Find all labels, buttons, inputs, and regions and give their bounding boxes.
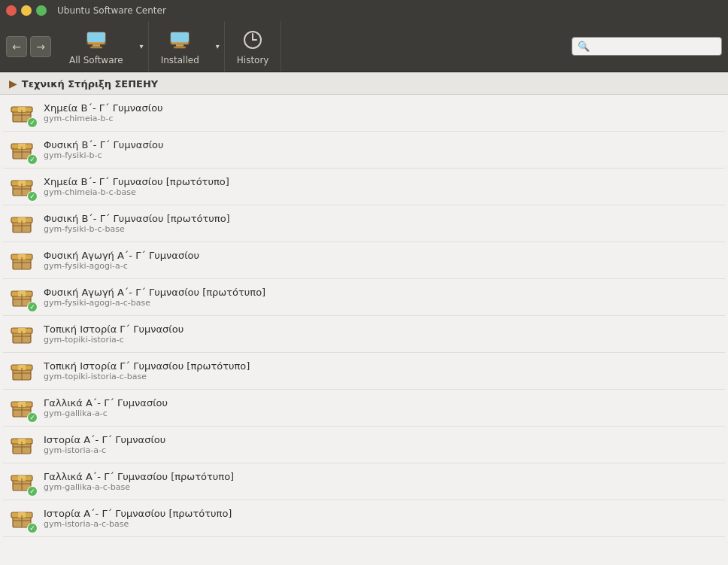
- app-info: Τοπική Ιστορία Γ΄ Γυμνασίουgym-topiki-is…: [44, 324, 719, 345]
- svg-rect-5: [171, 32, 189, 42]
- svg-rect-1: [87, 32, 105, 42]
- list-item[interactable]: ✓ Γαλλικά Α΄- Γ΄ Γυμνασίου [πρωτότυπο]gy…: [3, 463, 725, 500]
- app-icon-container: [9, 320, 36, 348]
- app-info: Χημεία Β΄- Γ΄ Γυμνασίουgym-chimeia-b-c: [44, 102, 719, 123]
- installed-badge: ✓: [27, 486, 38, 497]
- package-icon: [9, 431, 35, 457]
- app-icon-container: ✓: [9, 99, 36, 126]
- content-area: ▶ Τεχνική Στήριξη ΣΕΠΕΗΥ ✓ Χημεία Β΄- Γ΄…: [0, 72, 728, 565]
- back-button[interactable]: ←: [6, 36, 27, 57]
- search-icon: 🔍: [578, 41, 590, 52]
- app-icon-container: ✓: [9, 173, 36, 200]
- app-package: gym-gallika-a-c: [44, 409, 719, 418]
- toolbar: ← → All Software ▾: [0, 21, 728, 72]
- list-item[interactable]: ✓ Ιστορία Α΄- Γ΄ Γυμνασίου [πρωτότυπο]gy…: [3, 500, 725, 537]
- app-name: Γαλλικά Α΄- Γ΄ Γυμνασίου [πρωτότυπο]: [44, 471, 719, 482]
- app-info: Γαλλικά Α΄- Γ΄ Γυμνασίου [πρωτότυπο]gym-…: [44, 471, 719, 492]
- package-icon: [9, 357, 35, 383]
- history-icon: [241, 28, 265, 52]
- app-icon-container: [9, 357, 36, 384]
- svg-rect-7: [174, 47, 186, 48]
- all-software-label: All Software: [69, 55, 123, 65]
- app-info: Γαλλικά Α΄- Γ΄ Γυμνασίουgym-gallika-a-c: [44, 397, 719, 418]
- app-icon-container: [9, 247, 36, 274]
- app-name: Χημεία Β΄- Γ΄ Γυμνασίου [πρωτότυπο]: [44, 176, 719, 187]
- installed-badge: ✓: [27, 117, 38, 128]
- search-wrapper: 🔍: [572, 37, 722, 56]
- app-name: Φυσική Β΄- Γ΄ Γυμνασίου: [44, 139, 719, 150]
- all-software-dropdown-button[interactable]: ▾: [135, 21, 149, 71]
- app-package: gym-istoria-a-c-base: [44, 519, 719, 529]
- list-item[interactable]: ✓ Γαλλικά Α΄- Γ΄ Γυμνασίουgym-gallika-a-…: [3, 390, 725, 427]
- history-label: History: [237, 55, 269, 65]
- app-icon-container: [9, 431, 36, 458]
- list-item[interactable]: ✓ Φυσική Β΄- Γ΄ Γυμνασίουgym-fysiki-b-c: [3, 132, 725, 169]
- app-name: Χημεία Β΄- Γ΄ Γυμνασίου: [44, 102, 719, 114]
- all-software-group: All Software ▾: [57, 21, 149, 71]
- installed-badge: ✓: [27, 302, 38, 312]
- section-arrow-icon: ▶: [9, 77, 17, 90]
- installed-icon: [168, 28, 192, 52]
- app-info: Φυσική Αγωγή Α΄- Γ΄ Γυμνασίουgym-fysiki-…: [44, 250, 719, 271]
- installed-badge: ✓: [27, 154, 38, 165]
- svg-rect-3: [90, 47, 102, 48]
- app-package: gym-istoria-a-c: [44, 445, 719, 455]
- app-name: Γαλλικά Α΄- Γ΄ Γυμνασίου: [44, 397, 719, 409]
- list-item[interactable]: Τοπική Ιστορία Γ΄ Γυμνασίουgym-topiki-is…: [3, 316, 725, 353]
- close-button[interactable]: [6, 5, 17, 16]
- titlebar: Ubuntu Software Center: [0, 0, 728, 21]
- list-item[interactable]: ✓ Χημεία Β΄- Γ΄ Γυμνασίου [πρωτότυπο]gym…: [3, 169, 725, 205]
- app-package: gym-fysiki-b-c: [44, 150, 719, 160]
- app-package: gym-fysiki-agogi-a-c: [44, 261, 719, 271]
- app-info: Χημεία Β΄- Γ΄ Γυμνασίου [πρωτότυπο]gym-c…: [44, 176, 719, 197]
- app-package: gym-topiki-istoria-c: [44, 335, 719, 345]
- app-package: gym-chimeia-b-c-base: [44, 187, 719, 197]
- app-info: Φυσική Β΄- Γ΄ Γυμνασίουgym-fysiki-b-c: [44, 139, 719, 160]
- app-name: Ιστορία Α΄- Γ΄ Γυμνασίου [πρωτότυπο]: [44, 508, 719, 519]
- app-icon-container: [9, 210, 36, 237]
- list-item[interactable]: ✓ Φυσική Αγωγή Α΄- Γ΄ Γυμνασίου [πρωτότυ…: [3, 279, 725, 316]
- minimize-button[interactable]: [21, 5, 32, 16]
- app-package: gym-gallika-a-c-base: [44, 482, 719, 492]
- app-name: Τοπική Ιστορία Γ΄ Γυμνασίου: [44, 324, 719, 335]
- app-name: Φυσική Αγωγή Α΄- Γ΄ Γυμνασίου: [44, 250, 719, 261]
- search-input[interactable]: [572, 37, 722, 56]
- app-name: Ιστορία Α΄- Γ΄ Γυμνασίου: [44, 434, 719, 445]
- app-icon-container: ✓: [9, 468, 36, 495]
- app-package: gym-chimeia-b-c: [44, 114, 719, 123]
- all-software-button[interactable]: All Software: [57, 21, 135, 71]
- list-item[interactable]: Φυσική Αγωγή Α΄- Γ΄ Γυμνασίουgym-fysiki-…: [3, 242, 725, 279]
- app-icon-container: ✓: [9, 505, 36, 532]
- installed-dropdown-button[interactable]: ▾: [211, 21, 225, 71]
- installed-badge: ✓: [27, 191, 38, 202]
- forward-button[interactable]: →: [30, 36, 51, 57]
- package-icon: [9, 210, 35, 235]
- list-item[interactable]: Φυσική Β΄- Γ΄ Γυμνασίου [πρωτότυπο]gym-f…: [3, 205, 725, 242]
- section-header[interactable]: ▶ Τεχνική Στήριξη ΣΕΠΕΗΥ: [0, 72, 728, 95]
- search-box: 🔍: [572, 37, 722, 56]
- list-item[interactable]: Τοπική Ιστορία Γ΄ Γυμνασίου [πρωτότυπο]g…: [3, 353, 725, 390]
- history-button[interactable]: History: [225, 21, 282, 71]
- maximize-button[interactable]: [36, 5, 47, 16]
- app-package: gym-fysiki-b-c-base: [44, 224, 719, 234]
- app-package: gym-topiki-istoria-c-base: [44, 372, 719, 381]
- app-name: Τοπική Ιστορία Γ΄ Γυμνασίου [πρωτότυπο]: [44, 360, 719, 372]
- installed-button[interactable]: Installed: [149, 21, 211, 71]
- section-title: Τεχνική Στήριξη ΣΕΠΕΗΥ: [22, 78, 159, 90]
- package-icon: [9, 247, 35, 272]
- app-list: ✓ Χημεία Β΄- Γ΄ Γυμνασίουgym-chimeia-b-c…: [0, 95, 728, 537]
- app-icon-container: ✓: [9, 284, 36, 311]
- app-name: Φυσική Β΄- Γ΄ Γυμνασίου [πρωτότυπο]: [44, 213, 719, 224]
- app-icon-container: ✓: [9, 136, 36, 163]
- app-name: Φυσική Αγωγή Α΄- Γ΄ Γυμνασίου [πρωτότυπο…: [44, 287, 719, 298]
- installed-badge: ✓: [27, 412, 38, 423]
- package-icon: [9, 320, 35, 346]
- list-item[interactable]: ✓ Χημεία Β΄- Γ΄ Γυμνασίουgym-chimeia-b-c: [3, 95, 725, 132]
- list-item[interactable]: Ιστορία Α΄- Γ΄ Γυμνασίουgym-istoria-a-c: [3, 427, 725, 463]
- installed-label: Installed: [161, 55, 199, 65]
- app-info: Ιστορία Α΄- Γ΄ Γυμνασίουgym-istoria-a-c: [44, 434, 719, 455]
- app-info: Φυσική Β΄- Γ΄ Γυμνασίου [πρωτότυπο]gym-f…: [44, 213, 719, 234]
- nav-buttons: ← →: [6, 36, 51, 57]
- window-title: Ubuntu Software Center: [57, 5, 166, 16]
- app-info: Ιστορία Α΄- Γ΄ Γυμνασίου [πρωτότυπο]gym-…: [44, 508, 719, 529]
